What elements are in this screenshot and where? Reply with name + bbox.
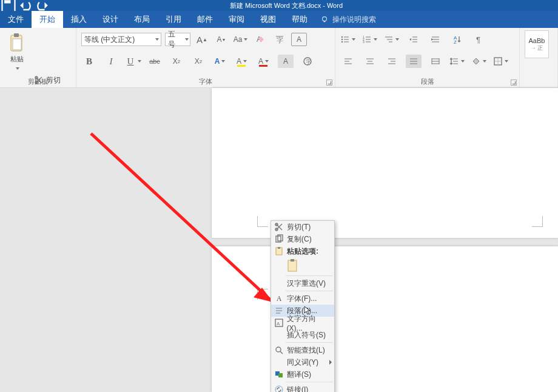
font-size-combo[interactable]: 五号	[165, 33, 190, 46]
tab-insert[interactable]: 插入	[63, 11, 95, 28]
superscript-button[interactable]: X2	[190, 55, 206, 68]
change-case-button[interactable]: Aa	[233, 33, 249, 46]
sort-button[interactable]: AZ	[449, 33, 465, 46]
ctx-font[interactable]: A 字体(F)...	[271, 292, 334, 305]
group-paragraph: 123 AZ ¶ 段落	[335, 28, 520, 87]
line-spacing-button[interactable]	[449, 55, 465, 68]
char-shading-button[interactable]: A	[278, 55, 294, 68]
enclose-char-button[interactable]: 字	[300, 55, 315, 68]
undo-icon[interactable]	[17, 0, 34, 11]
align-center-button[interactable]	[362, 55, 378, 68]
ctx-translate[interactable]: 翻译(S)	[271, 368, 334, 380]
paste-button[interactable]: 粘贴	[5, 30, 29, 73]
chevron-down-icon	[351, 35, 356, 44]
ctx-ime-label: 汉字重选(V)	[287, 279, 326, 289]
svg-rect-83	[278, 373, 283, 377]
grow-font-button[interactable]: A▲	[194, 33, 210, 46]
title-bar: 新建 Microsoft Word 文档.docx - Word	[0, 0, 558, 11]
subscript-button[interactable]: X2	[169, 55, 184, 68]
ctx-smart-lookup[interactable]: 智能查找(L)	[271, 344, 334, 356]
decrease-indent-button[interactable]	[406, 33, 422, 46]
font-color-button[interactable]: A	[256, 55, 272, 68]
highlight-button[interactable]: A	[234, 55, 250, 68]
text-direction-icon: A	[274, 318, 284, 328]
ctx-smart-lookup-label: 智能查找(L)	[287, 345, 325, 356]
svg-point-19	[341, 39, 343, 40]
align-left-button[interactable]	[340, 55, 356, 68]
redo-icon[interactable]	[34, 0, 51, 11]
clear-formatting-button[interactable]: A	[252, 33, 268, 46]
show-marks-button[interactable]: ¶	[471, 33, 487, 46]
ctx-copy[interactable]: 复制(C)	[271, 233, 334, 245]
svg-point-80	[276, 347, 281, 352]
ctx-link[interactable]: 链接(I)	[271, 384, 334, 392]
italic-button[interactable]: I	[103, 55, 119, 68]
svg-point-18	[341, 36, 343, 38]
document-area[interactable]: 剪切(T) 复制(C) 粘贴选项: 汉字重选(V) A 字体(F)... 段落(…	[0, 88, 558, 392]
ctx-synonyms[interactable]: 同义词(Y)	[271, 356, 334, 368]
shrink-font-button[interactable]: A▼	[213, 33, 229, 46]
text-effects-button[interactable]: A	[212, 55, 228, 68]
style-normal[interactable]: AaBb → 正	[525, 30, 549, 58]
ctx-paste-row	[271, 257, 334, 274]
document-title: 新建 Microsoft Word 文档.docx - Word	[51, 1, 558, 10]
paste-keep-source-icon[interactable]	[287, 259, 299, 272]
ribbon-tabs: 文件 开始 插入 设计 布局 引用 邮件 审阅 视图 帮助 操作说明搜索	[0, 11, 558, 28]
svg-text:字: 字	[277, 36, 283, 44]
ctx-text-direction[interactable]: A 文字方向(X)...	[271, 317, 334, 329]
svg-rect-1	[4, 0, 11, 3]
underline-button[interactable]: U	[125, 55, 141, 68]
tab-help[interactable]: 帮助	[284, 11, 315, 28]
tell-me-search[interactable]: 操作说明搜索	[320, 11, 376, 28]
tab-review[interactable]: 审阅	[221, 11, 252, 28]
tab-home[interactable]: 开始	[32, 11, 63, 28]
tab-mailings[interactable]: 邮件	[189, 11, 221, 28]
increase-indent-button[interactable]	[428, 33, 443, 46]
shading-button[interactable]	[471, 55, 487, 68]
page-2[interactable]	[212, 246, 558, 392]
svg-text:3: 3	[363, 40, 365, 44]
ctx-paste-label: 粘贴选项:	[287, 246, 318, 257]
phonetic-guide-button[interactable]: 字	[272, 33, 287, 46]
separator	[286, 342, 333, 343]
tab-file[interactable]: 文件	[0, 11, 32, 28]
char-border-button[interactable]: A	[291, 33, 307, 46]
separator	[286, 275, 333, 276]
lightbulb-icon	[320, 15, 329, 24]
chevron-down-icon	[504, 56, 509, 66]
tab-layout[interactable]: 布局	[126, 11, 158, 28]
tell-me-label: 操作说明搜索	[332, 15, 376, 25]
save-icon[interactable]	[0, 0, 17, 11]
align-distributed-button[interactable]	[428, 55, 443, 68]
ctx-cut[interactable]: 剪切(T)	[271, 221, 334, 233]
chevron-down-icon	[184, 35, 189, 44]
separator	[286, 382, 333, 382]
font-group-label: 字体	[76, 77, 335, 86]
align-right-button[interactable]	[384, 55, 400, 68]
numbering-button[interactable]: 123	[362, 33, 378, 46]
tab-design[interactable]: 设计	[95, 11, 126, 28]
borders-button[interactable]	[493, 55, 509, 68]
tab-view[interactable]: 视图	[252, 11, 284, 28]
multilevel-list-button[interactable]	[384, 33, 400, 46]
bold-button[interactable]: B	[81, 55, 97, 68]
font-name-combo[interactable]: 等线 (中文正文)	[81, 33, 161, 46]
context-menu: 剪切(T) 复制(C) 粘贴选项: 汉字重选(V) A 字体(F)... 段落(…	[271, 220, 335, 392]
font-name-value: 等线 (中文正文)	[84, 35, 135, 45]
ctx-copy-label: 复制(C)	[287, 234, 312, 245]
ctx-insert-symbol[interactable]: 插入符号(S)	[271, 329, 334, 341]
font-dialog-launcher[interactable]	[326, 79, 332, 86]
chevron-down-icon	[243, 35, 248, 44]
bullets-button[interactable]	[340, 33, 356, 46]
link-icon	[274, 385, 284, 392]
paragraph-group-label: 段落	[335, 77, 519, 86]
separator	[286, 291, 333, 291]
tab-references[interactable]: 引用	[158, 11, 189, 28]
ctx-ime-reconvert[interactable]: 汉字重选(V)	[271, 277, 334, 289]
strikethrough-button[interactable]: abc	[147, 55, 163, 68]
paragraph-dialog-launcher[interactable]	[511, 79, 517, 86]
align-justify-button[interactable]	[406, 55, 422, 68]
page-1[interactable]	[212, 88, 558, 238]
svg-rect-72	[278, 247, 280, 249]
group-font: 等线 (中文正文) 五号 A▲ A▼ Aa A 字 A B I U abc X2…	[76, 28, 335, 87]
